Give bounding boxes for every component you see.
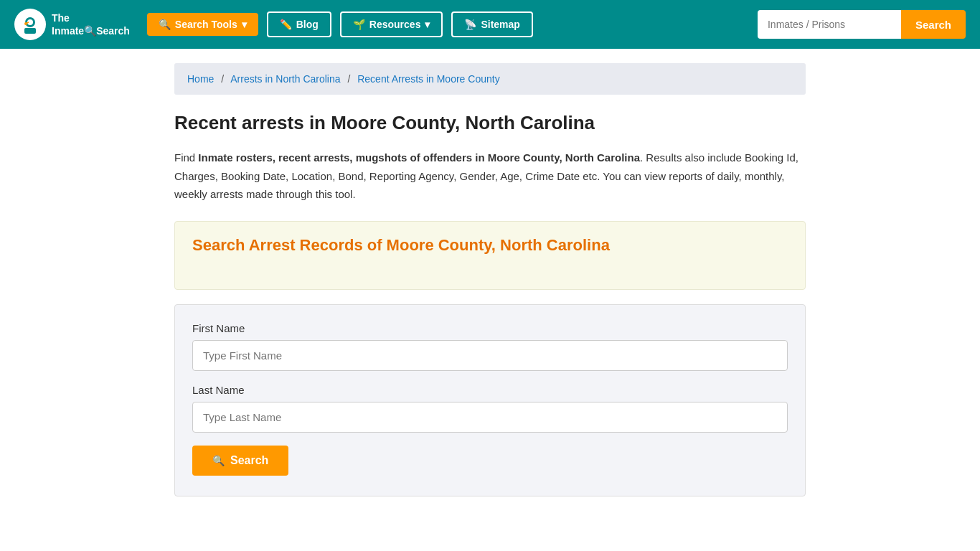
search-tools-label: Search Tools bbox=[175, 19, 237, 30]
search-form-container: First Name Last Name Search bbox=[174, 304, 806, 496]
site-logo: The Inmate🔍Search bbox=[14, 9, 130, 40]
breadcrumb-sep-1: / bbox=[221, 73, 224, 85]
search-submit-label: Search bbox=[230, 454, 268, 467]
main-container: Home / Arrests in North Carolina / Recen… bbox=[160, 49, 820, 511]
dropdown-arrow-icon bbox=[242, 19, 247, 30]
blog-icon bbox=[280, 19, 292, 30]
resources-label: Resources bbox=[369, 19, 421, 30]
search-submit-icon bbox=[212, 454, 225, 467]
sitemap-label: Sitemap bbox=[481, 19, 519, 30]
breadcrumb-sep-2: / bbox=[347, 73, 350, 85]
page-title: Recent arrests in Moore County, North Ca… bbox=[174, 112, 806, 134]
logo-icon bbox=[14, 9, 46, 40]
last-name-group: Last Name bbox=[192, 384, 788, 433]
sitemap-button[interactable]: Sitemap bbox=[451, 11, 532, 37]
last-name-input[interactable] bbox=[192, 402, 788, 433]
svg-rect-2 bbox=[24, 28, 36, 34]
site-header: The Inmate🔍Search Search Tools Blog Reso… bbox=[0, 0, 980, 49]
sitemap-icon bbox=[464, 19, 476, 30]
breadcrumb: Home / Arrests in North Carolina / Recen… bbox=[174, 63, 806, 95]
search-icon bbox=[159, 19, 171, 30]
first-name-group: First Name bbox=[192, 322, 788, 371]
search-submit-button[interactable]: Search bbox=[192, 446, 288, 476]
logo-text: The Inmate🔍Search bbox=[52, 11, 130, 37]
dropdown-arrow-icon bbox=[425, 19, 430, 30]
resources-icon bbox=[353, 19, 365, 30]
resources-button[interactable]: Resources bbox=[340, 11, 443, 37]
blog-label: Blog bbox=[296, 19, 319, 30]
breadcrumb-home[interactable]: Home bbox=[187, 73, 214, 85]
first-name-label: First Name bbox=[192, 322, 788, 334]
last-name-label: Last Name bbox=[192, 384, 788, 396]
header-search-area: Search bbox=[758, 10, 966, 39]
header-search-button-label: Search bbox=[915, 19, 951, 31]
blog-button[interactable]: Blog bbox=[267, 11, 331, 37]
breadcrumb-moore[interactable]: Recent Arrests in Moore County bbox=[357, 73, 499, 85]
search-section: Search Arrest Records of Moore County, N… bbox=[174, 221, 806, 290]
first-name-input[interactable] bbox=[192, 340, 788, 371]
search-section-title: Search Arrest Records of Moore County, N… bbox=[192, 236, 788, 255]
search-tools-button[interactable]: Search Tools bbox=[147, 13, 258, 36]
breadcrumb-nc[interactable]: Arrests in North Carolina bbox=[230, 73, 340, 85]
description-intro: Find bbox=[174, 151, 198, 164]
header-search-button[interactable]: Search bbox=[901, 10, 966, 39]
page-description: Find Inmate rosters, recent arrests, mug… bbox=[174, 149, 806, 204]
description-bold: Inmate rosters, recent arrests, mugshots… bbox=[198, 151, 640, 164]
header-search-input[interactable] bbox=[758, 10, 901, 39]
